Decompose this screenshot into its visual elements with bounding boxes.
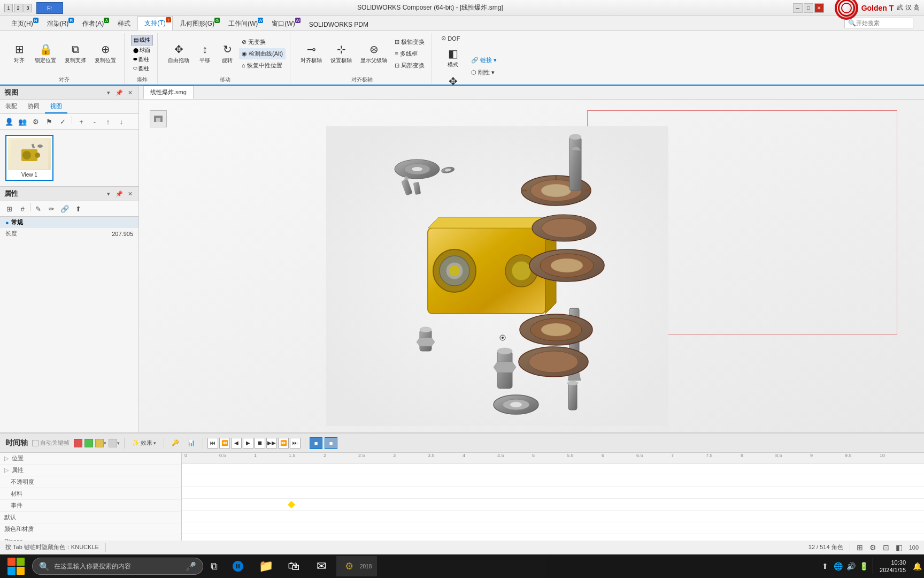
dof-button[interactable]: ⊙ DOF [438, 33, 467, 43]
panel-close-btn[interactable]: ✕ [126, 88, 134, 97]
minimize-button[interactable]: ─ [793, 3, 803, 13]
viewport-home-icon[interactable] [150, 110, 167, 127]
keyframe-1[interactable] [288, 501, 295, 508]
clock[interactable]: 10:30 2024/1/15 [877, 559, 908, 574]
viewport[interactable] [139, 100, 924, 432]
mode-button[interactable]: ◧ 模式 [438, 44, 467, 71]
pb-last-btn[interactable]: ⏭ [290, 438, 301, 448]
tab-author[interactable]: 作者(A) A [75, 17, 111, 31]
pb-first-btn[interactable]: ⏮ [207, 438, 218, 448]
tray-network-icon[interactable]: 🌐 [833, 561, 843, 571]
red-color-btn[interactable] [74, 439, 82, 447]
gray-color-btn[interactable] [109, 439, 117, 447]
axis-transform-button[interactable]: ⊞ 极轴变换 [392, 36, 427, 48]
set-axis-button[interactable]: ⊹ 设置极轴 [327, 40, 356, 67]
detect-curve-button[interactable]: ◉ 检测曲线(Alt) [239, 48, 286, 59]
grid-icon[interactable]: ⊞ [857, 543, 863, 552]
remove-view-btn[interactable]: - [89, 116, 101, 127]
props-edit-icon[interactable]: ✎ [32, 203, 44, 215]
free-drag-button[interactable]: ✥ 自由拖动 [164, 40, 193, 67]
tab-support[interactable]: 支持(T) T [137, 16, 172, 31]
props-pin-btn[interactable]: 📌 [115, 189, 124, 198]
check-icon[interactable]: ✓ [57, 116, 68, 127]
link-button[interactable]: 🔗 链接 ▾ [468, 55, 499, 66]
pb-next-key-btn[interactable]: ⏩ [278, 438, 289, 448]
props-add-icon[interactable]: ✏ [45, 203, 57, 215]
close-button[interactable]: ✕ [814, 3, 824, 13]
pb-prev-key-btn[interactable]: ⏪ [219, 438, 230, 448]
person-icon[interactable]: 👤 [3, 116, 15, 127]
show-parent-axis-button[interactable]: ⊛ 显示父级轴 [357, 40, 391, 67]
tab-pdm[interactable]: SOLIDWORKS PDM [302, 18, 375, 31]
rigid-button[interactable]: ⬡ 刚性 ▾ [468, 67, 499, 78]
copy-support-button[interactable]: ⧉ 复制支撑 [61, 41, 90, 67]
taskbar-search[interactable]: 🔍 在这里输入你要搜索的内容 🎤 [32, 558, 203, 575]
effect-button[interactable]: ✨ 效果 ▾ [129, 437, 159, 448]
green-color-btn[interactable] [84, 439, 93, 447]
pb-prev-frame-btn[interactable]: ◀ [231, 438, 242, 448]
add-view-btn[interactable]: + [75, 116, 87, 127]
tab-geometry[interactable]: 几何图形(G) G [173, 17, 221, 31]
pb-next-frame-btn[interactable]: ▶ [243, 438, 253, 448]
start-button[interactable] [2, 556, 30, 576]
down-btn[interactable]: ↓ [116, 116, 127, 127]
tray-volume-icon[interactable]: 🔊 [846, 561, 856, 571]
tab-collaboration[interactable]: 协同 [22, 100, 45, 113]
tab-style[interactable]: 样式 [111, 17, 137, 31]
task-view-btn[interactable]: ⧉ [205, 556, 223, 576]
timeline-track[interactable]: 0 0.5 1 1.5 2 2.5 3 3.5 4 4.5 5 5.5 6 6.… [182, 453, 924, 541]
props-close-btn[interactable]: ✕ [126, 189, 134, 198]
ribbon-search[interactable]: 🔍 [844, 18, 913, 28]
panel-pin-btn[interactable]: 📌 [115, 88, 124, 97]
props-export-icon[interactable]: ⬆ [72, 203, 84, 215]
maximize-button[interactable]: □ [804, 3, 813, 13]
group-icon[interactable]: 👥 [17, 116, 28, 127]
align-button[interactable]: ⊞ 对齐 [9, 40, 30, 67]
pb-stop-btn[interactable]: ⏹ [255, 438, 265, 448]
notification-icon[interactable]: 🔔 [912, 561, 922, 571]
window-controls[interactable]: 1 2 3 F: [4, 2, 63, 14]
rotate-button[interactable]: ↻ 旋转 [217, 40, 238, 67]
mic-icon[interactable]: 🎤 [186, 561, 196, 572]
tab-render[interactable]: 渲染(R) R [40, 17, 76, 31]
ribbon-search-input[interactable] [856, 20, 910, 26]
multiline-button[interactable]: ≡ 多线框 [392, 48, 427, 59]
props-link-icon[interactable]: 🔗 [59, 203, 71, 215]
settings-icon[interactable]: ⚙ [869, 543, 876, 552]
align-axis-button[interactable]: ⊸ 对齐极轴 [297, 40, 326, 67]
settings-icon[interactable]: ⚙ [30, 116, 42, 127]
taskbar-sw-btn[interactable]: ⚙ 2018 [336, 556, 377, 576]
taskbar-explorer-btn[interactable]: 📁 [253, 556, 279, 576]
props-list-icon[interactable]: # [17, 203, 28, 215]
lock-position-button[interactable]: 🔒 锁定位置 [31, 40, 60, 67]
layout-icon[interactable]: ⊡ [883, 543, 889, 552]
flag-icon[interactable]: ⚑ [43, 116, 55, 127]
up-btn[interactable]: ↑ [102, 116, 114, 127]
restore-position-button[interactable]: ⌂ 恢复中性位置 [239, 60, 286, 71]
taskbar-mail-btn[interactable]: ✉ [309, 556, 334, 576]
taskbar-edge-btn[interactable] [225, 556, 251, 576]
tab-window[interactable]: 窗口(W) W [265, 17, 302, 31]
auto-keyframe-checkbox[interactable] [32, 440, 38, 446]
no-transform-button[interactable]: ⊘ 无变换 [239, 36, 286, 48]
tab-assembly[interactable]: 装配 [0, 100, 22, 113]
tray-settings-icon[interactable]: ⬆ [820, 561, 830, 571]
panel-dropdown-btn[interactable]: ▾ [104, 88, 113, 97]
translate-button[interactable]: ↕ 平移 [194, 41, 215, 67]
tl-mode-a-btn[interactable]: ■ [310, 437, 322, 449]
copy-position-button[interactable]: ⊕ 复制位置 [91, 40, 120, 67]
pb-play-btn[interactable]: ▶▶ [266, 438, 277, 448]
tl-key-btn[interactable]: 🔑 [168, 438, 182, 448]
tl-chart-btn[interactable]: 📊 [184, 438, 198, 448]
props-dropdown-btn[interactable]: ▾ [104, 189, 113, 198]
tl-mode-b-btn[interactable]: ■ [325, 437, 337, 449]
tab-view[interactable]: 视图 [45, 100, 67, 113]
taskbar-store-btn[interactable]: 🛍 [281, 556, 306, 576]
view-icon[interactable]: ◧ [896, 543, 903, 552]
tray-battery-icon[interactable]: 🔋 [859, 561, 868, 571]
props-table-icon[interactable]: ⊞ [3, 203, 15, 215]
tab-workspace[interactable]: 工作间(W) W [221, 17, 265, 31]
view1-thumbnail[interactable]: View 1 [5, 135, 53, 181]
local-transform-button[interactable]: ⊡ 局部变换 [392, 60, 427, 71]
tab-home[interactable]: 主页(H) H [4, 17, 40, 31]
